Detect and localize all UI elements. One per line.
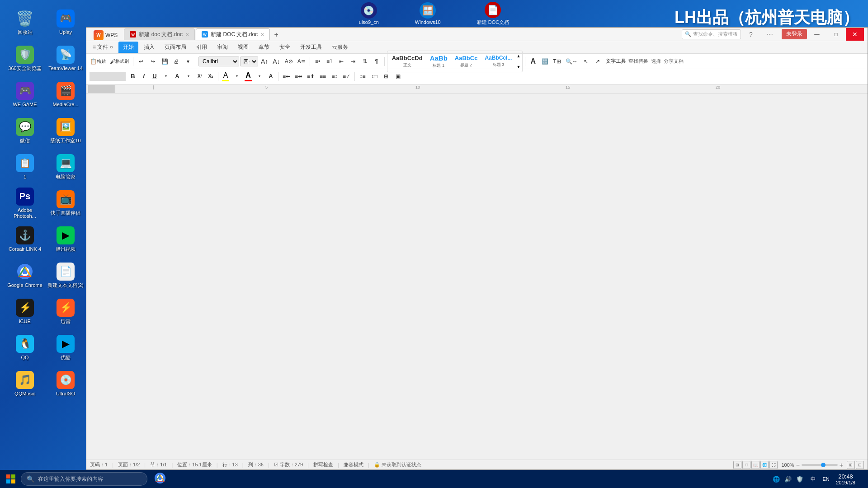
style-down-button[interactable]: ▼ xyxy=(516,65,520,69)
italic-button[interactable]: I xyxy=(139,71,149,81)
help-button[interactable]: ? xyxy=(742,28,760,41)
text-effects-button[interactable]: A xyxy=(528,56,538,67)
underline-button[interactable]: U xyxy=(150,71,160,81)
menu-cloud[interactable]: 云服务 xyxy=(327,42,353,53)
close-button[interactable]: ✕ xyxy=(846,28,864,41)
view-normal-button[interactable]: ⊞ xyxy=(733,461,741,469)
desktop-icon-qq[interactable]: 🐧 QQ xyxy=(5,330,45,366)
desktop-icon-uplay[interactable]: 🎮 Uplay xyxy=(45,5,86,41)
tray-lang-icon[interactable]: EN xyxy=(821,474,831,484)
view-fullscreen-button[interactable]: ⛶ xyxy=(769,461,778,469)
expand-doc-button[interactable]: ⊞ xyxy=(847,461,855,469)
align-center-button[interactable]: ≡⬌ xyxy=(293,70,304,82)
distributed-button[interactable]: ≡↕ xyxy=(329,70,340,82)
desktop-icon-tencentvideo[interactable]: ▶ 腾讯视频 xyxy=(45,221,86,258)
desktop-icon-chrome[interactable]: Google Chrome xyxy=(5,258,45,294)
style-h2[interactable]: AaBbCc 标题 2 xyxy=(452,54,481,69)
view-web-button[interactable]: 🌐 xyxy=(760,461,769,469)
menu-view[interactable]: 视图 xyxy=(233,42,253,53)
numbered-list-button[interactable]: ≡1 xyxy=(324,56,335,67)
menu-devtools[interactable]: 开发工具 xyxy=(296,42,326,53)
text-tool-button[interactable]: T⊞ xyxy=(551,56,562,67)
tab-2[interactable]: W 新建 DOC 文档.doc ✕ xyxy=(196,28,270,40)
increase-indent-button[interactable]: ⇥ xyxy=(348,56,359,67)
start-button[interactable] xyxy=(2,471,20,487)
subscript-button[interactable]: X₂ xyxy=(206,71,216,81)
add-tab-button[interactable]: + xyxy=(271,29,282,40)
menu-home[interactable]: 开始 xyxy=(118,42,138,53)
special-format-button[interactable]: A≣ xyxy=(296,56,307,67)
desktop-icon-task1[interactable]: 📋 1 xyxy=(5,149,45,185)
style-normal[interactable]: AaBbCcDd 正文 xyxy=(389,54,425,69)
menu-references[interactable]: 引用 xyxy=(192,42,212,53)
menu-file[interactable]: ≡ 文件 ○ xyxy=(88,42,118,53)
style-h3[interactable]: AaBbCcl... 标题 3 xyxy=(482,54,514,69)
select-button[interactable]: ↖ xyxy=(580,56,591,67)
font-name-select[interactable]: Calibri xyxy=(198,56,239,66)
desktop-icon-recycle[interactable]: 🗑️ 回收站 xyxy=(5,5,45,41)
tray-volume-icon[interactable]: 🔊 xyxy=(783,474,793,484)
desktop-icon-360[interactable]: 🛡️ 360安全浏览器 xyxy=(5,41,45,77)
taskbar-chrome[interactable] xyxy=(150,471,170,487)
tab2-close[interactable]: ✕ xyxy=(260,32,264,37)
desktop-icon-ultraiso[interactable]: 💿 UltraISO xyxy=(45,366,86,402)
align-options-button[interactable]: ≡✓ xyxy=(341,70,352,82)
font-shrink-button[interactable]: A↓ xyxy=(271,56,282,67)
tray-network-icon[interactable]: 🌐 xyxy=(771,474,782,484)
decrease-indent-button[interactable]: ⇤ xyxy=(336,56,347,67)
desktop-icon-wegame[interactable]: 🎮 WE GAME xyxy=(5,77,45,113)
minimize-button[interactable]: ─ xyxy=(808,28,826,41)
underline-arrow[interactable]: ▾ xyxy=(160,70,171,82)
justify-button[interactable]: ≡≡ xyxy=(317,70,328,82)
desktop-icon-qqmusic[interactable]: 🎵 QQMusic xyxy=(5,366,45,402)
highlight-arrow[interactable]: ▾ xyxy=(231,70,242,82)
menu-security[interactable]: 安全 xyxy=(275,42,295,53)
menu-section[interactable]: 章节 xyxy=(254,42,274,53)
format-painter-button[interactable]: 🖌 格式刷 xyxy=(108,56,131,67)
tray-security-icon[interactable]: 🛡️ xyxy=(794,474,805,484)
style-up-button[interactable]: ▲ xyxy=(516,54,520,58)
desktop-icon-mediacre[interactable]: 🎬 MediaCre... xyxy=(45,77,86,113)
tray-uiso9[interactable]: 💿 uiso9_cn xyxy=(359,2,379,25)
status-spell[interactable]: 拼写检查 xyxy=(313,461,333,468)
more-btn[interactable]: ▾ xyxy=(183,56,193,67)
split-screen-button[interactable]: ⊟ xyxy=(856,461,864,469)
desktop-icon-wechat[interactable]: 💬 微信 xyxy=(5,113,45,149)
redo-button[interactable]: ↪ xyxy=(147,56,158,67)
tab-1[interactable]: W 新建 doc 文档.doc ✕ xyxy=(124,28,195,40)
share-button[interactable]: ↗ xyxy=(592,56,603,67)
undo-button[interactable]: ↩ xyxy=(136,56,146,67)
zoom-minus-button[interactable]: − xyxy=(796,461,800,469)
zoom-slider[interactable] xyxy=(802,464,838,466)
taskbar-search[interactable]: 🔍 在这里输入你要搜索的内容 xyxy=(21,472,147,486)
line-spacing-button[interactable]: ↕≡ xyxy=(357,70,368,82)
save-button[interactable]: 💾 xyxy=(159,56,170,67)
desktop-icon-pcmanager[interactable]: 💻 电脑管家 xyxy=(45,149,86,185)
para-spacing-button[interactable]: ↕□ xyxy=(369,70,380,82)
tray-windows10[interactable]: 🪟 Windows10 xyxy=(415,2,441,25)
search-toolbar[interactable]: 🔍 查找命令、搜索模板 xyxy=(682,29,741,39)
desktop-icon-quickstream[interactable]: 📺 快手直播伴侣 xyxy=(45,185,86,221)
align-right-button[interactable]: ≡⬆ xyxy=(305,70,316,82)
login-button[interactable]: 未登录 xyxy=(782,29,807,39)
tray-newdoc[interactable]: 📄 新建 DOC文档 xyxy=(477,2,509,26)
paste-button[interactable]: 📋 粘贴 xyxy=(88,56,108,67)
expand-button[interactable]: ⋯ xyxy=(761,28,779,41)
font-size-select[interactable]: 四号 xyxy=(240,56,258,66)
desktop-icon-icue[interactable]: ⚡ iCUE xyxy=(5,294,45,330)
desktop-icon-youku[interactable]: ▶ 优酷 xyxy=(45,330,86,366)
show-desktop-button[interactable] xyxy=(860,471,863,487)
menu-review[interactable]: 审阅 xyxy=(212,42,232,53)
bold-button[interactable]: B xyxy=(128,71,138,81)
menu-layout[interactable]: 页面布局 xyxy=(160,42,191,53)
desktop-icon-wallpaper[interactable]: 🖼️ 壁纸工作室10 xyxy=(45,113,86,149)
style-h1[interactable]: AaBb 标题 1 xyxy=(427,53,450,70)
border-button[interactable]: ⊞ xyxy=(381,70,392,82)
desktop-icon-notepad[interactable]: 📄 新建文本文档(2) xyxy=(45,258,86,294)
font-color-btn2[interactable]: A xyxy=(243,70,253,82)
clear-format-button[interactable]: A xyxy=(266,71,276,81)
sort-button[interactable]: ⇅ xyxy=(359,56,370,67)
menu-insert[interactable]: 插入 xyxy=(139,42,159,53)
superscript-button[interactable]: X² xyxy=(195,71,205,81)
find-replace-button[interactable]: 🔍↔ xyxy=(564,56,580,67)
